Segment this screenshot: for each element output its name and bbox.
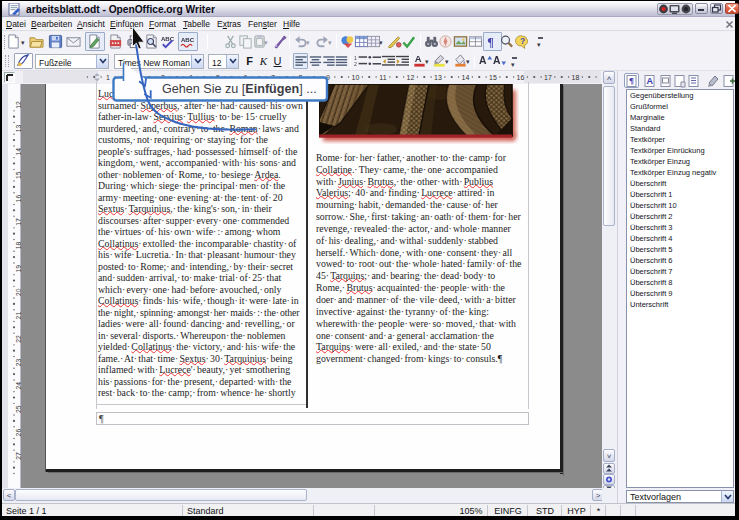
svg-text:23: 23 xyxy=(15,358,22,366)
svg-text:24: 24 xyxy=(15,382,22,390)
svg-text:22: 22 xyxy=(15,335,22,343)
svg-text:10: 10 xyxy=(352,74,360,81)
svg-text:15: 15 xyxy=(489,74,497,81)
svg-text:19: 19 xyxy=(15,265,22,273)
svg-text:27: 27 xyxy=(15,452,22,460)
svg-text:A: A xyxy=(647,76,654,86)
svg-text:21: 21 xyxy=(15,312,22,320)
svg-text:ABC: ABC xyxy=(181,36,195,43)
svg-text:11: 11 xyxy=(379,74,386,81)
svg-text:14: 14 xyxy=(462,74,470,81)
svg-text:2: 2 xyxy=(134,74,138,81)
svg-text:14: 14 xyxy=(15,148,22,156)
svg-text:?: ? xyxy=(520,36,525,46)
svg-text:6: 6 xyxy=(244,74,248,81)
svg-text:¶: ¶ xyxy=(487,35,494,49)
svg-text:16: 16 xyxy=(15,195,22,203)
svg-text:13: 13 xyxy=(434,74,442,81)
svg-text:1: 1 xyxy=(106,74,110,81)
svg-text:9: 9 xyxy=(326,74,330,81)
svg-text:12: 12 xyxy=(15,101,22,109)
svg-text:12: 12 xyxy=(407,74,415,81)
svg-text:18: 18 xyxy=(15,241,22,249)
svg-text:20: 20 xyxy=(15,288,22,296)
svg-text:5: 5 xyxy=(216,74,220,81)
svg-text:17: 17 xyxy=(544,74,552,81)
svg-text:16: 16 xyxy=(517,74,525,81)
svg-text:25: 25 xyxy=(15,405,22,413)
svg-text:1: 1 xyxy=(354,55,357,61)
svg-text:¶: ¶ xyxy=(629,76,634,86)
svg-text:3: 3 xyxy=(161,74,165,81)
svg-text:4: 4 xyxy=(189,74,193,81)
svg-text:18: 18 xyxy=(572,74,580,81)
svg-text:15: 15 xyxy=(15,171,22,179)
svg-text:A: A xyxy=(415,54,422,64)
svg-text:A: A xyxy=(479,55,487,66)
svg-text:17: 17 xyxy=(15,218,22,226)
svg-text:7: 7 xyxy=(271,74,275,81)
svg-text:8: 8 xyxy=(299,74,303,81)
svg-text:26: 26 xyxy=(15,429,22,437)
svg-text:ABC: ABC xyxy=(161,35,175,42)
svg-text:2: 2 xyxy=(354,61,357,67)
svg-text:13: 13 xyxy=(15,124,22,132)
svg-text:A: A xyxy=(493,55,501,66)
